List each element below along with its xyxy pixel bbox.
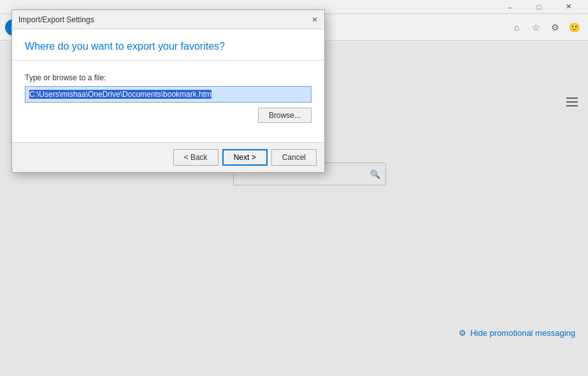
dialog-title: Import/Export Settings — [18, 15, 94, 24]
favorites-icon[interactable]: ☆ — [527, 18, 545, 36]
import-export-dialog: Import/Export Settings ✕ Where do you wa… — [11, 10, 325, 173]
settings-icon[interactable]: ⚙ — [546, 18, 564, 36]
emoji-icon[interactable]: 🙂 — [565, 18, 583, 36]
browse-button[interactable]: Browse... — [258, 108, 312, 123]
back-button[interactable]: < Back — [173, 149, 219, 166]
maximize-button[interactable]: □ — [524, 0, 554, 14]
next-button[interactable]: Next > — [222, 149, 268, 166]
dialog-footer: < Back Next > Cancel — [12, 142, 324, 172]
file-path-input[interactable] — [25, 86, 312, 103]
dialog-close-button[interactable]: ✕ — [305, 10, 324, 29]
file-field-label: Type or browse to a file: — [25, 73, 312, 82]
cancel-button[interactable]: Cancel — [271, 149, 317, 166]
dialog-body: Type or browse to a file: Browse... — [12, 61, 324, 142]
dialog-titlebar: Import/Export Settings ✕ — [12, 10, 324, 29]
dialog-question: Where do you want to export your favorit… — [25, 41, 312, 52]
browse-row: Browse... — [25, 108, 312, 123]
browser-close-button[interactable]: ✕ — [554, 0, 583, 14]
minimize-button[interactable]: – — [495, 0, 524, 14]
home-icon[interactable]: ⌂ — [508, 18, 526, 36]
toolbar-icons: ⌂ ☆ ⚙ 🙂 — [508, 18, 583, 36]
dialog-header: Where do you want to export your favorit… — [12, 29, 324, 61]
